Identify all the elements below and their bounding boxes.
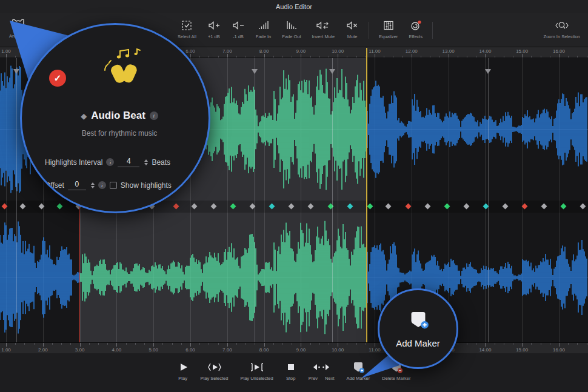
- beat-marker: [2, 204, 8, 210]
- ruler-tick: [495, 343, 495, 345]
- ruler-tick: [209, 56, 209, 58]
- ruler-label: 16.00: [553, 48, 565, 54]
- highlights-interval-row: Highlights Interval i 4 Beats: [45, 157, 170, 167]
- beat-marker: [580, 204, 586, 210]
- play-selected-button[interactable]: Play Selected: [196, 361, 233, 381]
- ruler-label: 11.00: [369, 48, 380, 54]
- show-highlights-checkbox[interactable]: [110, 182, 117, 189]
- info-icon[interactable]: i: [98, 181, 106, 189]
- timeline-ruler-bottom[interactable]: 1.002.003.004.005.006.007.008.009.0010.0…: [0, 342, 588, 353]
- plus-1db-button[interactable]: +1 dB: [202, 19, 226, 39]
- beat-marker: [192, 204, 198, 210]
- ruler-tick: [246, 343, 246, 345]
- ruler-tick: [522, 343, 523, 347]
- audio-beat-dialog-header: ◆ Audio Beat i: [30, 110, 209, 122]
- fade-in-button[interactable]: Fade In: [250, 19, 276, 39]
- interval-stepper[interactable]: [144, 159, 148, 165]
- ruler-tick: [587, 56, 587, 58]
- ruler-tick: [439, 56, 439, 58]
- ruler-tick: [24, 56, 25, 58]
- marker-flag[interactable]: [485, 69, 491, 74]
- offset-input[interactable]: 0: [68, 180, 86, 190]
- ruler-tick: [338, 54, 338, 58]
- ruler-tick: [6, 343, 7, 347]
- volume-down-icon: [232, 19, 245, 32]
- beat-marker: [386, 204, 392, 210]
- equalizer-button[interactable]: Equalizer: [373, 19, 403, 39]
- ruler-tick: [218, 56, 219, 58]
- ruler-tick: [513, 343, 513, 345]
- ruler-label: 14.00: [479, 48, 491, 54]
- ruler-label: 1.00: [1, 48, 11, 54]
- marker-line: [16, 58, 17, 342]
- offset-row: Offset 0 i Show highlights: [45, 180, 172, 190]
- play-icon: [178, 361, 189, 373]
- ruler-tick: [190, 343, 191, 347]
- ruler-tick: [52, 343, 53, 345]
- ruler-tick: [255, 56, 255, 58]
- offset-stepper[interactable]: [91, 182, 95, 188]
- add-marker-button[interactable]: Add Marker: [342, 361, 375, 381]
- ruler-tick: [301, 343, 301, 347]
- highlights-interval-label: Highlights Interval: [45, 158, 102, 167]
- ruler-tick: [541, 343, 541, 345]
- ruler-tick: [264, 54, 265, 58]
- mute-icon: [346, 19, 359, 32]
- ruler-tick: [282, 343, 283, 345]
- effects-button[interactable]: Effects: [403, 19, 428, 39]
- ruler-label: 2.00: [38, 347, 48, 353]
- beat-marker: [173, 204, 179, 210]
- ruler-tick: [430, 56, 430, 58]
- info-icon[interactable]: i: [106, 158, 114, 166]
- beat-marker: [211, 204, 217, 210]
- ruler-tick: [292, 56, 292, 58]
- ruler-tick: [236, 56, 237, 58]
- ruler-tick: [449, 54, 449, 58]
- ruler-label: 1.00: [1, 347, 11, 353]
- ruler-tick: [34, 56, 35, 58]
- marker-flag[interactable]: [13, 69, 19, 74]
- ruler-label: 9.00: [296, 347, 306, 353]
- ruler-tick: [273, 56, 274, 58]
- beat-marker: [367, 204, 373, 210]
- info-icon[interactable]: i: [150, 111, 158, 120]
- ruler-tick: [375, 54, 375, 58]
- ruler-tick: [34, 343, 35, 345]
- selected-check-badge[interactable]: ✓: [49, 70, 66, 87]
- marker-flag[interactable]: [329, 69, 335, 74]
- play-unselected-button[interactable]: Play Unselected: [235, 361, 278, 381]
- select-all-button[interactable]: Select All: [172, 19, 202, 39]
- marker-line: [488, 58, 489, 342]
- ruler-tick: [458, 56, 458, 58]
- ruler-label: 15.00: [516, 48, 528, 54]
- marker-flag[interactable]: [252, 69, 258, 74]
- play-button[interactable]: Play: [173, 361, 193, 381]
- analyzer-button[interactable]: Analyzer: [4, 18, 32, 39]
- playhead[interactable]: [366, 48, 367, 342]
- zoom-in-selection-button[interactable]: Zoom In Selection: [538, 19, 586, 39]
- ruler-tick: [116, 343, 117, 347]
- ruler-label: 9.00: [296, 48, 306, 54]
- ruler-tick: [162, 343, 163, 345]
- ruler-tick: [393, 56, 393, 58]
- marker-line: [255, 58, 255, 342]
- ruler-tick: [541, 56, 541, 58]
- beat-marker: [444, 204, 450, 210]
- ruler-tick: [412, 54, 412, 58]
- ruler-tick: [209, 343, 209, 345]
- ruler-tick: [356, 56, 357, 58]
- marker-line: [332, 58, 333, 342]
- waveform-track-2[interactable]: [0, 213, 588, 342]
- ruler-tick: [366, 343, 366, 345]
- interval-input[interactable]: 4: [118, 157, 139, 167]
- ruler-tick: [236, 343, 237, 345]
- ruler-tick: [504, 343, 504, 345]
- ruler-tick: [199, 56, 200, 58]
- invert-mute-button[interactable]: Invert Mute: [307, 19, 341, 39]
- mute-button[interactable]: Mute: [340, 19, 364, 39]
- fade-out-button[interactable]: Fade Out: [276, 19, 306, 39]
- stop-button[interactable]: Stop: [281, 361, 301, 381]
- prev-next-button[interactable]: PrevNext: [304, 361, 339, 381]
- beat-marker: [347, 204, 353, 210]
- minus-1db-button[interactable]: -1 dB: [226, 19, 250, 39]
